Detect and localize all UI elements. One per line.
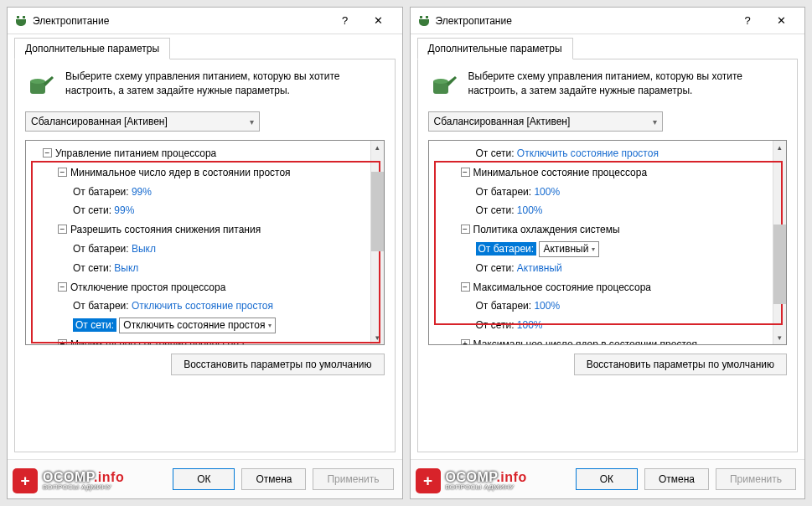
settings-tree: От сети: Отключить состояние простоя −Ми… — [428, 140, 788, 345]
collapse-icon[interactable]: − — [43, 148, 52, 157]
intro-block: Выберите схему управления питанием, кото… — [428, 70, 788, 100]
power-plan-dropdown[interactable]: Сбалансированная [Активен] ▾ — [428, 111, 663, 132]
chevron-down-icon: ▾ — [653, 117, 657, 126]
scroll-down-icon[interactable]: ▾ — [371, 331, 384, 344]
tree-leaf[interactable]: От сети: 100% — [434, 201, 768, 220]
watermark-badge-icon: + — [13, 468, 38, 493]
tree-node[interactable]: −Минимальное состояние процессора — [434, 163, 768, 183]
watermark: + OCOMP.info ВОПРОСЫ АДМИНУ — [13, 468, 124, 493]
tree-node[interactable]: −Управление питанием процессора — [31, 144, 365, 163]
advanced-settings-panel: Выберите схему управления питанием, кото… — [417, 59, 799, 452]
chevron-down-icon: ▾ — [250, 117, 254, 126]
cancel-button[interactable]: Отмена — [241, 468, 306, 490]
tree-leaf[interactable]: От батареи: 100% — [434, 183, 768, 202]
scroll-thumb[interactable] — [773, 225, 786, 304]
tree-node[interactable]: −Отключение простоя процессора — [31, 278, 365, 297]
tree-leaf[interactable]: От батареи: Выкл — [31, 240, 365, 259]
chevron-down-icon: ▾ — [592, 243, 595, 256]
power-options-window-left: Электропитание ? ✕ Дополнительные параме… — [7, 7, 403, 499]
tab-row: Дополнительные параметры — [411, 34, 805, 59]
scroll-down-icon[interactable]: ▾ — [773, 331, 786, 344]
ok-button[interactable]: ОК — [576, 468, 638, 490]
apply-button[interactable]: Применить — [716, 468, 796, 490]
close-icon: ✕ — [374, 14, 383, 27]
watering-can-icon — [428, 70, 458, 100]
scroll-thumb[interactable] — [371, 172, 384, 251]
tree-leaf[interactable]: От сети: Активный — [434, 259, 768, 278]
tree-node[interactable]: +Максимальное число ядер в состоянии про… — [434, 335, 768, 344]
advanced-settings-panel: Выберите схему управления питанием, кото… — [14, 59, 396, 452]
scroll-up-icon[interactable]: ▴ — [773, 141, 786, 154]
tree-leaf-selected[interactable]: От сети: Отключить состояние простоя▾ — [31, 316, 365, 335]
tree-leaf[interactable]: От сети: Отключить состояние простоя — [434, 144, 768, 163]
tree-leaf-selected[interactable]: От батареи: Активный▾ — [434, 240, 768, 259]
power-options-window-right: Электропитание ? ✕ Дополнительные параме… — [410, 7, 806, 499]
value-combobox[interactable]: Отключить состояние простоя▾ — [119, 318, 276, 333]
scroll-up-icon[interactable]: ▴ — [371, 141, 384, 154]
restore-defaults-button[interactable]: Восстановить параметры по умолчанию — [574, 354, 787, 375]
power-plan-value: Сбалансированная [Активен] — [434, 116, 571, 127]
ok-button[interactable]: ОК — [173, 468, 235, 490]
tree-leaf[interactable]: От сети: 99% — [31, 201, 365, 220]
window-title: Электропитание — [436, 15, 732, 27]
apply-button[interactable]: Применить — [313, 468, 393, 490]
cancel-button[interactable]: Отмена — [644, 468, 709, 490]
tree-node[interactable]: +Минимальное состояние процессора — [31, 335, 365, 344]
svg-point-1 — [433, 79, 448, 84]
expand-icon[interactable]: + — [58, 339, 67, 344]
intro-text: Выберите схему управления питанием, кото… — [468, 70, 788, 100]
value-combobox[interactable]: Активный▾ — [539, 241, 599, 257]
power-plug-icon — [14, 14, 28, 28]
restore-row: Восстановить параметры по умолчанию — [25, 354, 385, 375]
tree-node[interactable]: −Максимальное состояние процессора — [434, 278, 768, 297]
svg-point-0 — [30, 79, 45, 84]
collapse-icon[interactable]: − — [461, 225, 470, 234]
tab-advanced-settings[interactable]: Дополнительные параметры — [417, 38, 573, 59]
collapse-icon[interactable]: − — [461, 168, 470, 177]
chevron-down-icon: ▾ — [268, 319, 272, 332]
restore-defaults-button[interactable]: Восстановить параметры по умолчанию — [171, 354, 384, 375]
titlebar: Электропитание ? ✕ — [411, 8, 805, 34]
window-title: Электропитание — [33, 15, 328, 27]
watermark-badge-icon: + — [416, 468, 441, 493]
close-button[interactable]: ✕ — [362, 9, 396, 33]
power-plug-icon — [417, 14, 431, 28]
collapse-icon[interactable]: − — [461, 282, 470, 292]
tree-leaf[interactable]: От сети: Выкл — [31, 259, 365, 278]
tab-advanced-settings[interactable]: Дополнительные параметры — [14, 38, 170, 59]
tree-leaf[interactable]: От батареи: 99% — [31, 183, 365, 202]
tree-leaf[interactable]: От батареи: Отключить состояние простоя — [31, 297, 365, 316]
dialog-buttons: + OCOMP.info ВОПРОСЫ АДМИНУ ОК Отмена Пр… — [411, 459, 805, 498]
tree-node[interactable]: −Политика охлаждения системы — [434, 220, 768, 240]
tab-row: Дополнительные параметры — [8, 34, 402, 59]
watering-can-icon — [25, 70, 55, 100]
help-button[interactable]: ? — [731, 9, 764, 33]
collapse-icon[interactable]: − — [58, 282, 67, 292]
scrollbar[interactable]: ▴ ▾ — [370, 141, 384, 344]
power-plan-value: Сбалансированная [Активен] — [31, 116, 168, 127]
watermark: + OCOMP.info ВОПРОСЫ АДМИНУ — [416, 468, 527, 493]
restore-row: Восстановить параметры по умолчанию — [428, 354, 788, 375]
tree-leaf[interactable]: От сети: 100% — [434, 316, 768, 335]
tree-leaf[interactable]: От батареи: 100% — [434, 297, 768, 316]
collapse-icon[interactable]: − — [58, 225, 67, 234]
scrollbar[interactable]: ▴ ▾ — [773, 141, 786, 344]
power-plan-dropdown[interactable]: Сбалансированная [Активен] ▾ — [25, 111, 260, 132]
intro-text: Выберите схему управления питанием, кото… — [65, 70, 385, 100]
intro-block: Выберите схему управления питанием, кото… — [25, 70, 385, 100]
collapse-icon[interactable]: − — [58, 168, 67, 177]
expand-icon[interactable]: + — [461, 339, 470, 344]
help-button[interactable]: ? — [328, 9, 362, 33]
titlebar: Электропитание ? ✕ — [8, 8, 402, 34]
close-button[interactable]: ✕ — [764, 9, 798, 33]
settings-tree: −Управление питанием процессора −Минимал… — [25, 140, 385, 345]
tree-node[interactable]: −Разрешить состояния снижения питания — [31, 220, 365, 240]
close-icon: ✕ — [777, 14, 786, 27]
dialog-buttons: + OCOMP.info ВОПРОСЫ АДМИНУ ОК Отмена Пр… — [8, 459, 402, 498]
tree-node[interactable]: −Минимальное число ядер в состоянии прос… — [31, 163, 365, 183]
